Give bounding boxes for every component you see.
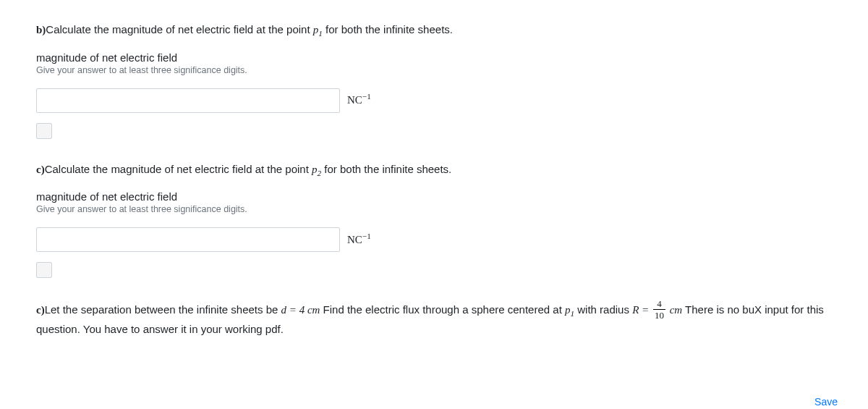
r-unit: cm [667,304,682,316]
eq-sign-d: = [286,304,299,316]
part-label-c1: c) [36,164,45,175]
part-label-c2: c) [36,304,45,316]
prompt-b: b)Calculate the magnitude of net electri… [36,22,832,38]
point-p2: p2 [312,164,321,175]
point-p1-c2: p1 [565,304,574,316]
sublabel-b: magnitude of net electric field [36,51,832,64]
c2-text1: Let the separation between the infinite … [45,303,281,316]
prompt-b-before: Calculate the magnitude of net electric … [46,23,312,35]
answer-input-b[interactable] [36,88,340,113]
question-part-c2: c)Let the separation between the infinit… [36,300,832,338]
eq-sign-r: = [639,304,652,316]
r-var: R [632,304,639,316]
hint-b: Give your answer to at least three signi… [36,65,832,75]
prompt-c1: c)Calculate the magnitude of net electri… [36,161,832,178]
c2-text2: Find the electric flux through a sphere … [320,303,565,316]
prompt-c1-after: for both the infinite sheets. [321,163,451,175]
part-label-b: b) [36,24,46,35]
fraction-4-10: 410 [653,299,665,320]
prompt-b-after: for both the infinite sheets. [323,23,453,35]
checkbox-b[interactable] [36,123,52,139]
answer-row-b: NC−1 [36,88,832,113]
point-p1: p1 [313,24,323,35]
question-part-c1: c)Calculate the magnitude of net electri… [36,161,832,281]
question-part-b: b)Calculate the magnitude of net electri… [36,22,832,141]
sublabel-c1: magnitude of net electric field [36,190,832,203]
checkbox-c1[interactable] [36,262,52,278]
hint-c1: Give your answer to at least three signi… [36,204,832,214]
unit-c1: NC−1 [347,234,371,246]
c2-text3: with radius [574,303,632,316]
save-button[interactable]: Save [814,396,838,408]
d-unit: cm [305,304,320,316]
unit-b: NC−1 [347,94,371,106]
answer-row-c1: NC−1 [36,227,832,252]
prompt-c1-before: Calculate the magnitude of net electric … [45,163,312,175]
prompt-c2: c)Let the separation between the infinit… [36,300,832,338]
answer-input-c1[interactable] [36,227,340,252]
d-var: d [281,304,287,316]
